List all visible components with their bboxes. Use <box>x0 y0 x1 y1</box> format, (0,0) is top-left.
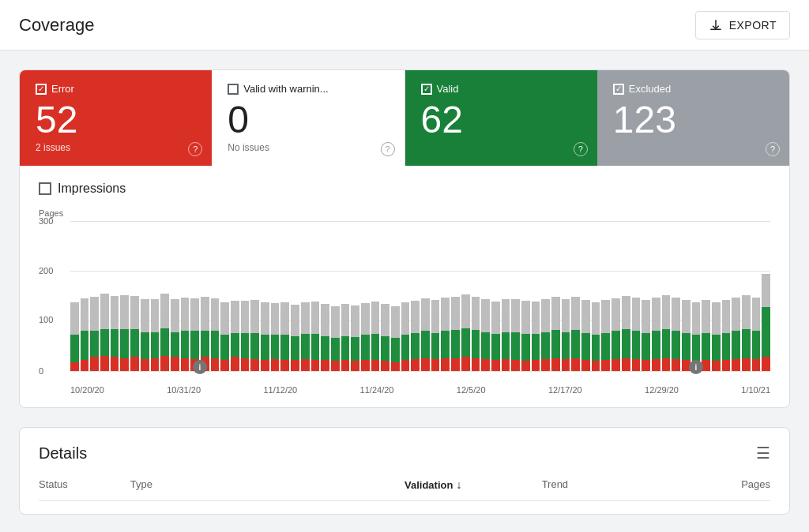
col-type-header: Type <box>130 478 404 491</box>
bar-group <box>421 221 430 371</box>
tile-valid[interactable]: Valid 62 ? <box>405 70 597 166</box>
y-tick-0: 0 <box>39 366 43 376</box>
x-tick: 12/29/20 <box>645 385 679 395</box>
valid-label: Valid <box>437 83 459 95</box>
bar-error <box>151 358 160 371</box>
warning-help-icon[interactable]: ? <box>381 142 395 156</box>
bar-valid <box>301 334 310 359</box>
bar-error <box>652 359 660 371</box>
bar-group <box>271 221 280 371</box>
bar-valid <box>201 331 209 357</box>
bar-excluded <box>250 300 259 333</box>
warning-sub: No issues <box>228 142 388 153</box>
bar-valid <box>171 332 179 358</box>
bar-group <box>130 221 139 371</box>
bar-error <box>181 358 190 371</box>
export-button[interactable]: EXPORT <box>695 11 790 39</box>
bar-group <box>441 221 450 371</box>
bar-excluded <box>692 302 701 335</box>
bar-group <box>722 221 731 371</box>
bar-excluded <box>171 299 179 332</box>
bar-group <box>301 221 310 371</box>
bar-valid <box>592 335 600 361</box>
bar-valid <box>331 338 340 361</box>
valid-help-icon[interactable]: ? <box>574 142 588 156</box>
error-count: 52 <box>36 101 196 139</box>
x-tick: 12/5/20 <box>457 385 486 395</box>
error-checkbox[interactable] <box>36 84 47 95</box>
bar-excluded <box>592 302 600 335</box>
bar-valid <box>160 328 169 356</box>
bar-valid <box>562 332 570 359</box>
info-dot-1[interactable]: i <box>193 360 207 374</box>
valid-checkbox[interactable] <box>421 84 432 95</box>
bar-excluded <box>532 302 540 334</box>
bar-valid <box>381 336 389 362</box>
bar-valid <box>120 329 129 358</box>
bar-excluded <box>160 294 169 328</box>
bar-excluded <box>451 297 460 330</box>
bar-excluded <box>682 300 690 333</box>
error-help-icon[interactable]: ? <box>188 142 202 156</box>
bar-excluded <box>280 302 289 335</box>
bar-error <box>271 359 280 371</box>
bar-group <box>81 221 89 371</box>
y-tick-200: 200 <box>39 266 53 275</box>
bar-excluded <box>231 301 239 333</box>
bar-excluded <box>702 300 710 333</box>
bar-valid <box>611 331 620 358</box>
bar-valid <box>551 330 560 358</box>
bar-error <box>592 361 600 371</box>
details-section: Details ☰ Status Type Validation ↓ Trend… <box>20 428 789 514</box>
bar-excluded <box>642 300 650 333</box>
tile-warning[interactable]: Valid with warnin... 0 No issues ? <box>212 70 404 166</box>
bar-error <box>141 359 149 371</box>
warning-checkbox[interactable] <box>228 84 239 95</box>
bar-group <box>391 221 400 371</box>
bar-excluded <box>90 297 99 331</box>
bar-error <box>472 358 480 371</box>
bar-excluded <box>472 297 480 330</box>
bar-excluded <box>752 298 761 331</box>
info-dot-2[interactable]: i <box>689 360 703 374</box>
bar-valid <box>662 329 671 358</box>
bar-valid <box>722 333 731 360</box>
bar-excluded <box>220 302 229 335</box>
bar-group <box>351 221 359 371</box>
bar-excluded <box>201 297 209 331</box>
bar-valid <box>220 335 229 360</box>
bar-group <box>341 221 350 371</box>
bar-valid <box>151 332 160 358</box>
bar-excluded <box>511 299 520 332</box>
tile-error[interactable]: Error 52 2 issues ? <box>20 70 212 166</box>
bar-error <box>311 360 320 371</box>
y-tick-100: 100 <box>39 315 53 324</box>
bar-excluded <box>481 299 490 332</box>
details-header: Details ☰ <box>39 444 770 463</box>
tile-error-header: Error <box>36 83 196 95</box>
bar-group <box>171 221 179 371</box>
bar-group <box>261 221 269 371</box>
bar-group <box>521 221 530 371</box>
bar-valid <box>261 335 269 360</box>
bar-group <box>401 221 410 371</box>
col-status-header: Status <box>39 478 130 491</box>
bar-excluded <box>551 297 560 330</box>
page-title: Coverage <box>19 15 94 36</box>
bar-valid <box>732 331 740 358</box>
bar-error <box>361 360 370 371</box>
excluded-checkbox[interactable] <box>613 84 624 95</box>
filter-icon[interactable]: ☰ <box>756 444 770 463</box>
col-validation-header[interactable]: Validation ↓ <box>404 478 542 491</box>
bar-valid <box>421 331 430 358</box>
bar-excluded <box>81 298 89 331</box>
bar-group <box>220 221 229 371</box>
bar-error <box>722 360 731 371</box>
bar-excluded <box>111 296 119 329</box>
excluded-help-icon[interactable]: ? <box>766 142 780 156</box>
tile-excluded[interactable]: Excluded 123 ? <box>597 70 789 166</box>
bar-error <box>461 357 470 371</box>
bar-error <box>211 358 220 371</box>
impressions-checkbox[interactable] <box>39 182 51 195</box>
bar-valid <box>100 329 109 356</box>
